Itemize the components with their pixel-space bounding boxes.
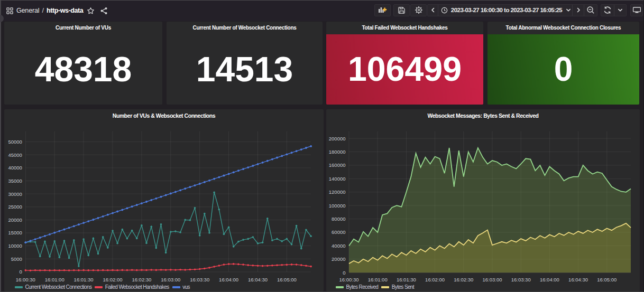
svg-text:140000: 140000 xyxy=(329,175,346,181)
svg-text:40000: 40000 xyxy=(332,242,345,248)
svg-text:16:01:30: 16:01:30 xyxy=(74,276,94,282)
svg-text:16:01:30: 16:01:30 xyxy=(397,276,416,282)
svg-text:20000: 20000 xyxy=(332,256,345,262)
svg-text:30000: 30000 xyxy=(8,191,22,196)
svg-text:50000: 50000 xyxy=(8,139,22,145)
svg-text:16:00:30: 16:00:30 xyxy=(16,276,35,282)
svg-text:100000: 100000 xyxy=(329,202,346,208)
svg-text:10000: 10000 xyxy=(8,243,22,249)
svg-text:16:03:30: 16:03:30 xyxy=(190,276,209,282)
svg-text:16:01:00: 16:01:00 xyxy=(368,276,388,282)
svg-text:5000: 5000 xyxy=(11,256,22,261)
svg-text:200000: 200000 xyxy=(329,135,346,141)
svg-text:20000: 20000 xyxy=(8,216,22,222)
svg-text:16:04:30: 16:04:30 xyxy=(248,276,268,282)
svg-text:80000: 80000 xyxy=(332,216,345,222)
svg-text:16:02:30: 16:02:30 xyxy=(454,276,473,282)
svg-text:0: 0 xyxy=(343,269,345,275)
svg-text:45000: 45000 xyxy=(8,152,22,157)
svg-text:0: 0 xyxy=(20,269,22,275)
svg-text:60000: 60000 xyxy=(332,229,345,235)
svg-text:16:03:00: 16:03:00 xyxy=(161,276,180,282)
svg-text:35000: 35000 xyxy=(8,177,22,183)
svg-text:16:02:00: 16:02:00 xyxy=(425,276,445,282)
svg-text:16:04:30: 16:04:30 xyxy=(568,276,588,282)
svg-text:16:03:00: 16:03:00 xyxy=(483,276,502,282)
svg-text:40000: 40000 xyxy=(8,165,22,171)
svg-text:180000: 180000 xyxy=(329,149,346,155)
svg-text:25000: 25000 xyxy=(8,204,22,210)
svg-text:16:05:00: 16:05:00 xyxy=(277,276,297,282)
svg-text:16:04:00: 16:04:00 xyxy=(540,276,559,282)
svg-text:120000: 120000 xyxy=(329,189,346,195)
svg-text:16:03:30: 16:03:30 xyxy=(511,276,531,282)
svg-text:16:01:00: 16:01:00 xyxy=(45,276,65,282)
svg-text:16:02:00: 16:02:00 xyxy=(103,276,123,282)
svg-text:160000: 160000 xyxy=(329,162,346,168)
svg-text:16:00:30: 16:00:30 xyxy=(339,276,359,282)
svg-text:15000: 15000 xyxy=(8,230,22,236)
svg-text:16:02:30: 16:02:30 xyxy=(132,276,151,282)
svg-text:16:05:00: 16:05:00 xyxy=(597,276,617,282)
svg-text:16:04:00: 16:04:00 xyxy=(219,276,238,282)
